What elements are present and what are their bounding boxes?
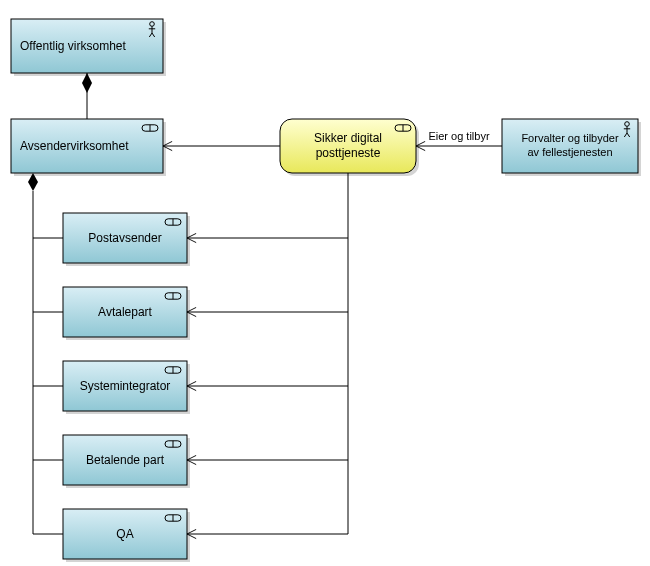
svg-text:Sikker digitalposttjeneste: Sikker digitalposttjeneste xyxy=(314,131,382,160)
edge-forvalter-service: Eier og tilbyr xyxy=(416,130,502,146)
label-service-1: Sikker digital xyxy=(314,131,382,145)
label-role: Systemintegrator xyxy=(80,379,171,393)
node-role-qa: QA xyxy=(63,509,190,562)
node-forvalter: Forvalter og tilbyder av fellestjenesten xyxy=(502,119,641,176)
label-role: Betalende part xyxy=(86,453,165,467)
node-service: Sikker digitalposttjeneste xyxy=(280,119,419,176)
label-role: QA xyxy=(116,527,133,541)
node-role-systemintegrator: Systemintegrator xyxy=(63,361,190,414)
label-service-2: posttjeneste xyxy=(316,146,381,160)
label-offentlig: Offentlig virksomhet xyxy=(20,39,126,53)
node-role-betalende-part: Betalende part xyxy=(63,435,190,488)
edge-label-eier: Eier og tilbyr xyxy=(428,130,489,142)
node-offentlig-virksomhet: Offentlig virksomhet xyxy=(11,19,166,76)
edge-offentlig-avsender xyxy=(82,73,92,119)
label-avsender: Avsendervirksomhet xyxy=(20,139,129,153)
archimate-diagram: Offentlig virksomhet Avsendervirksomhet … xyxy=(0,0,650,566)
node-role-avtalepart: Avtalepart xyxy=(63,287,190,340)
label-role: Avtalepart xyxy=(98,305,152,319)
label-forvalter-2: av fellestjenesten xyxy=(528,146,613,158)
node-avsendervirksomhet: Avsendervirksomhet xyxy=(11,119,166,176)
node-role-postavsender: Postavsender xyxy=(63,213,190,266)
label-forvalter-1: Forvalter og tilbyder xyxy=(521,132,619,144)
label-role: Postavsender xyxy=(88,231,161,245)
